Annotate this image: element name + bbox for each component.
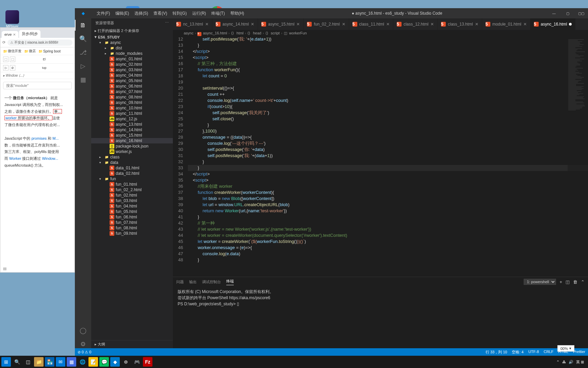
taskbar-app[interactable]: 🏪 <box>45 357 54 367</box>
file-tree-item[interactable]: 5async_05.html <box>91 78 173 83</box>
taskbar-wechat[interactable]: 💬 <box>99 357 109 367</box>
file-tree-item[interactable]: 5async_16.html <box>91 138 173 143</box>
link[interactable]: M... <box>52 136 59 140</box>
file-tree-item[interactable]: 5async_06.html <box>91 83 173 89</box>
taskbar-app[interactable]: 🎮 <box>132 357 142 367</box>
editor-tab[interactable]: 5async_16.html <box>530 18 575 30</box>
file-tree-item[interactable]: 5async_02.html <box>91 62 173 67</box>
tray-chevron-icon[interactable]: ⌃ <box>556 360 559 364</box>
tray-network-icon[interactable]: 🖧 <box>562 360 566 364</box>
file-tree-item[interactable]: 5fun_04.html <box>91 203 173 209</box>
file-tree-item[interactable]: 5fun_08.html <box>91 225 173 231</box>
editor-tab[interactable]: 5class_12.html✕ <box>393 18 438 30</box>
taskbar-app[interactable]: ⊚ <box>121 357 131 367</box>
taskbar-app[interactable]: ✉ <box>56 357 65 367</box>
bookmark[interactable]: 📁 Spring boot <box>38 49 61 53</box>
menu-item[interactable]: 终端(T) <box>209 9 227 18</box>
close-icon[interactable]: ✕ <box>13 33 16 36</box>
panel-tab[interactable]: 问题 <box>176 279 184 285</box>
taskbar-app[interactable]: 📝 <box>88 357 98 367</box>
link[interactable]: promises <box>31 136 47 140</box>
menu-item[interactable]: 查看(V) <box>151 9 170 18</box>
code-lines[interactable]: self.postMessage('我: '+(e.data+1)) } </s… <box>188 36 588 277</box>
status-item[interactable]: CRLF <box>544 350 554 355</box>
explorer-icon[interactable]: 🗎 <box>79 21 87 29</box>
minimize-button[interactable]: — <box>547 8 561 18</box>
zoom-indicator[interactable]: 00% ▾ <box>557 345 574 352</box>
menu-item[interactable]: 选择(S) <box>132 9 151 18</box>
file-tree-item[interactable]: 5data_02.html <box>91 171 173 176</box>
menu-item[interactable]: 转到(G) <box>170 9 189 18</box>
taskbar-app[interactable]: 📁 <box>34 357 44 367</box>
close-button[interactable]: ▢▢ <box>574 8 588 18</box>
taskbar-chrome[interactable]: 🌐 <box>78 357 87 367</box>
taskbar-filezilla[interactable]: Fz <box>143 357 152 367</box>
link[interactable]: Worker <box>9 156 21 160</box>
reload-icon[interactable]: ⟳ <box>2 40 5 45</box>
taskbar-app[interactable]: ▦ <box>67 357 76 367</box>
file-tree-item[interactable]: ▸📁node_modules <box>91 51 173 56</box>
url-bar[interactable]: ⚠ 不安全 | xiaona.iask.in:6888/r <box>7 40 72 46</box>
file-tree-item[interactable]: 5async_03.html <box>91 67 173 73</box>
menu-item[interactable]: 编辑(E) <box>113 9 132 18</box>
editor-tab[interactable]: 5class_11.html✕ <box>349 18 393 30</box>
file-tree-item[interactable]: ▾📁fun <box>91 176 173 182</box>
file-tree-item[interactable]: 5async_09.html <box>91 100 173 105</box>
file-tree-item[interactable]: JSworker.js <box>91 149 173 154</box>
file-tree-item[interactable]: 5data_01.html <box>91 165 173 171</box>
file-tree-item[interactable]: 5async_08.html <box>91 94 173 100</box>
devtools-breadcrumb[interactable]: ▸ Window ⟨...⟩ <box>0 72 75 79</box>
panel-tab[interactable]: 输出 <box>189 279 197 285</box>
more-icon[interactable]: ⋯ <box>165 20 169 26</box>
file-tree-item[interactable]: ▾📁data <box>91 160 173 165</box>
system-tray[interactable]: ⌃ 🖧 🔊 英 ⊞ <box>556 359 587 365</box>
status-item[interactable]: 行 33，列 10 <box>486 350 507 355</box>
editor-tab[interactable]: 5fun_02_2.html✕ <box>304 18 349 30</box>
search-icon[interactable]: 🔍 <box>79 35 87 43</box>
search-input[interactable] <box>3 82 72 89</box>
file-tree-item[interactable]: 5async_15.html <box>91 133 173 138</box>
chrome-tab[interactable]: erve✕ <box>2 31 18 38</box>
file-tree-item[interactable]: 5fun_07.html <box>91 220 173 225</box>
minimap[interactable] <box>568 39 588 277</box>
code-editor[interactable]: 1213141516171819202122232425262728293031… <box>173 36 588 277</box>
status-item[interactable]: 空格: 4 <box>512 350 523 355</box>
status-item[interactable]: UTF-8 <box>528 350 539 355</box>
file-tree-item[interactable]: 5fun_09.html <box>91 231 173 236</box>
bookmark[interactable]: 📁 微信开发 <box>3 49 21 53</box>
file-tree-item[interactable]: 5async_10.html <box>91 105 173 111</box>
toolbar-button[interactable]: ⬚ <box>10 57 15 62</box>
settings-icon[interactable]: ⚙ <box>79 340 87 348</box>
link[interactable]: Window... <box>42 156 58 160</box>
new-terminal-icon[interactable]: + <box>559 279 562 285</box>
panel-tab[interactable]: 调试控制台 <box>202 279 221 285</box>
chevron-up-icon[interactable]: ⌃ <box>581 279 585 285</box>
taskbar-search[interactable]: 🔍 <box>12 357 22 367</box>
toolbar-button[interactable]: ⬚ <box>3 57 9 62</box>
menu-item[interactable]: 运行(R) <box>190 9 209 18</box>
menu-item[interactable]: 帮助(H) <box>228 9 247 18</box>
toolbar-button[interactable]: ▷ <box>3 65 9 71</box>
file-tree-item[interactable]: ▸📁class <box>91 154 173 160</box>
panel-tab[interactable]: 终端 <box>226 279 234 285</box>
bookmark[interactable]: 📁 微店 <box>24 49 36 53</box>
menu-item[interactable]: 文件(F) <box>94 9 113 18</box>
kill-terminal-icon[interactable]: 🗑 <box>573 279 577 285</box>
tray-ime[interactable]: 英 ⊞ <box>576 359 584 365</box>
status-errors[interactable]: ⊘ 0 ⚠ 0 <box>78 350 91 354</box>
terminal-select[interactable]: 1: powershell <box>524 279 556 285</box>
link[interactable]: worker <box>5 116 17 120</box>
editor-tab[interactable]: 5async_15.html✕ <box>258 18 304 30</box>
maximize-button[interactable]: ▢ <box>561 8 574 18</box>
toolbar-button[interactable]: ⊘ <box>10 65 15 71</box>
outline-section[interactable]: ▸ 大纲 <box>91 340 173 348</box>
taskbar-vscode[interactable]: ◆ <box>110 357 120 367</box>
file-tree-item[interactable]: 5async_07.html <box>91 89 173 94</box>
editor-tab[interactable]: 5nc_13.html✕ <box>173 18 212 30</box>
file-tree-item[interactable]: 5fun_02_2.html <box>91 187 173 193</box>
desktop-icon-kmplayer[interactable]: MPlayer <box>2 10 22 28</box>
file-tree-item[interactable]: 5fun_02.html <box>91 193 173 198</box>
file-tree-item[interactable]: ▾📁async <box>91 40 173 45</box>
account-icon[interactable]: ◯ <box>79 326 87 335</box>
editor-tab[interactable]: 5module_01.html✕ <box>482 18 530 30</box>
